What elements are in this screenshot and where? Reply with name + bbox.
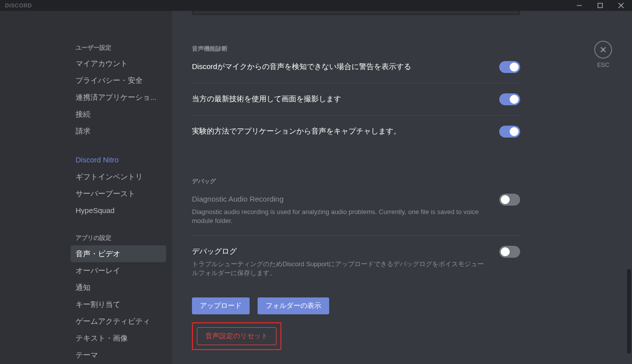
setting-description: トラブルシューティングのためDiscord Supportにアップロードできるデ… <box>192 260 489 278</box>
sidebar-item[interactable]: オーバーレイ <box>71 262 166 279</box>
window-minimize-button[interactable] <box>572 0 586 11</box>
setting-title: 当方の最新技術を使用して画面を撮影します <box>192 93 489 104</box>
settings-sidebar: ユーザー設定 マイアカウントプライバシー・安全連携済アプリケーショ...接続請求… <box>0 11 172 364</box>
sidebar-item[interactable]: HypeSquad <box>71 202 166 219</box>
toggle-mic-warning[interactable] <box>499 61 520 73</box>
partial-setting-box <box>192 11 520 15</box>
sidebar-item-nitro[interactable]: Discord Nitro <box>71 151 166 168</box>
toggle-latest-tech-capture[interactable] <box>499 93 520 105</box>
show-folder-button[interactable]: フォルダーの表示 <box>258 297 329 314</box>
setting-title: Discordがマイクからの音声を検知できない場合に警告を表示する <box>192 61 489 72</box>
sidebar-item[interactable]: 通知 <box>71 279 166 296</box>
sidebar-item[interactable]: 音声・ビデオ <box>71 245 166 262</box>
sidebar-item[interactable]: 請求 <box>71 123 166 140</box>
reset-highlight-box: 音声設定のリセット <box>192 322 281 350</box>
content-scrollbar[interactable] <box>627 11 631 364</box>
toggle-debug-log[interactable] <box>499 246 520 258</box>
window-maximize-button[interactable] <box>593 0 607 11</box>
setting-description: Diagnostic audio recording is used for a… <box>192 208 489 225</box>
close-button[interactable] <box>594 41 612 59</box>
sidebar-item[interactable]: ギフトインベントリ <box>71 168 166 185</box>
window-controls <box>572 0 628 11</box>
sidebar-header-app: アプリの設定 <box>71 231 166 245</box>
toggle-experimental-audio[interactable] <box>499 126 520 138</box>
sidebar-item[interactable]: マイアカウント <box>71 55 166 72</box>
setting-row-latest-tech-capture: 当方の最新技術を使用して画面を撮影します <box>192 93 520 116</box>
settings-workspace: ユーザー設定 マイアカウントプライバシー・安全連携済アプリケーショ...接続請求… <box>0 11 632 364</box>
upload-button[interactable]: アップロード <box>192 297 250 314</box>
window-titlebar: DISCORD <box>0 0 632 11</box>
sidebar-header-user: ユーザー設定 <box>71 41 166 55</box>
setting-title: Diagnostic Audio Recording <box>192 194 489 205</box>
setting-row-debug-log: デバッグログ トラブルシューティングのためDiscord Supportにアップ… <box>192 246 520 288</box>
section-header-debug: デバッグ <box>192 177 520 186</box>
window-close-button[interactable] <box>614 0 628 11</box>
reset-voice-settings-button[interactable]: 音声設定のリセット <box>197 327 276 345</box>
toggle-diagnostic-recording[interactable] <box>499 194 520 206</box>
sidebar-item[interactable]: テーマ <box>71 347 166 364</box>
setting-row-mic-warning: Discordがマイクからの音声を検知できない場合に警告を表示する <box>192 61 520 83</box>
settings-content: 音声機能診断 Discordがマイクからの音声を検知できない場合に警告を表示する… <box>172 11 632 364</box>
section-header-diagnostics: 音声機能診断 <box>192 45 520 53</box>
sidebar-item[interactable]: テキスト・画像 <box>71 330 166 347</box>
sidebar-item[interactable]: プライバシー・安全 <box>71 72 166 89</box>
sidebar-item[interactable]: 接続 <box>71 106 166 123</box>
esc-label: ESC <box>597 62 610 69</box>
setting-row-experimental-audio: 実験的方法でアプリケーションから音声をキャプチャします。 <box>192 126 520 147</box>
app-brand: DISCORD <box>5 2 32 8</box>
debug-buttons: アップロード フォルダーの表示 <box>192 297 520 314</box>
setting-row-diagnostic-recording: Diagnostic Audio Recording Diagnostic au… <box>192 194 520 236</box>
close-settings: ESC <box>594 41 612 69</box>
setting-title: デバッグログ <box>192 246 489 257</box>
svg-rect-1 <box>598 3 603 8</box>
sidebar-item[interactable]: 連携済アプリケーショ... <box>71 89 166 106</box>
setting-title: 実験的方法でアプリケーションから音声をキャプチャします。 <box>192 126 489 137</box>
sidebar-item[interactable]: サーバーブースト <box>71 185 166 202</box>
sidebar-item[interactable]: ゲームアクティビティ <box>71 313 166 330</box>
sidebar-item[interactable]: キー割り当て <box>71 296 166 313</box>
